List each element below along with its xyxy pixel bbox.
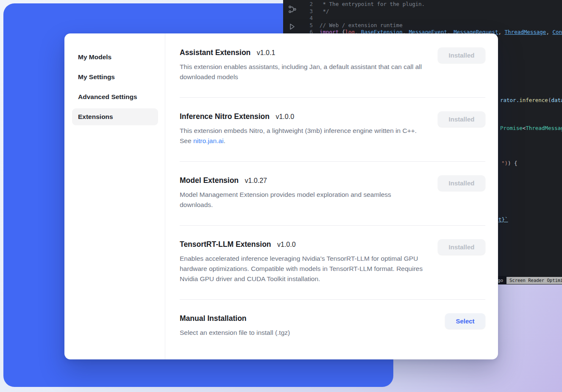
extension-title: Manual Installation [180, 314, 247, 323]
line-number: 5 [303, 22, 313, 29]
code-line: 4 [303, 15, 562, 22]
settings-sidebar: My Models My Settings Advanced Settings … [64, 33, 165, 359]
line-number: 2 [303, 1, 313, 8]
select-button[interactable]: Select [445, 313, 485, 329]
git-fork-icon[interactable] [288, 5, 297, 15]
code-fragment: rator.inference(data)); [500, 97, 562, 103]
extension-title: TensortRT-LLM Extension [180, 240, 271, 248]
installed-button[interactable]: Installed [438, 239, 485, 255]
code-text: * The entrypoint for the plugin. [320, 1, 425, 8]
extension-version: v1.0.27 [245, 177, 267, 184]
extension-description: This extension enables assistants, inclu… [180, 62, 424, 82]
run-play-icon[interactable] [288, 23, 296, 32]
sidebar-item-my-settings[interactable]: My Settings [72, 69, 158, 86]
extension-version: v1.0.0 [277, 241, 296, 248]
sidebar-item-advanced-settings[interactable]: Advanced Settings [72, 88, 158, 105]
code-line: 5 // Web / extension runtime [303, 22, 562, 29]
extension-row-nitro: Inference Nitro Extension v1.0.0 This ex… [180, 98, 485, 162]
extension-version: v1.0.0 [275, 113, 294, 120]
extension-row-assistant: Assistant Extension v1.0.1 This extensio… [180, 47, 485, 98]
screen-reader-badge[interactable]: Screen Reader Optimized [506, 277, 562, 284]
extension-version: v1.0.1 [257, 49, 275, 56]
settings-window: My Models My Settings Advanced Settings … [64, 33, 498, 359]
extension-title: Inference Nitro Extension [180, 112, 270, 121]
line-number: 4 [303, 15, 313, 22]
manual-installation-row: Manual Installation Select an extension … [180, 300, 485, 353]
status-text: go [498, 278, 503, 283]
code-fragment: ")) { [501, 160, 517, 166]
extension-description: Select an extension file to install (.tg… [180, 328, 424, 338]
extension-row-model: Model Extension v1.0.27 Model Management… [180, 162, 485, 226]
extension-description: Enables accelerated inference leveraging… [180, 254, 424, 284]
code-line: 3 */ [303, 8, 562, 15]
extension-row-tensorrt: TensortRT-LLM Extension v1.0.0 Enables a… [180, 226, 485, 300]
extension-description: Model Management Extension provides mode… [180, 190, 424, 210]
nitro-link[interactable]: nitro.jan.ai [193, 137, 224, 144]
hero-scene: 2 * The entrypoint for the plugin. 3 */ … [0, 0, 562, 392]
code-fragment: t}` [498, 216, 508, 223]
installed-button[interactable]: Installed [438, 175, 485, 191]
sidebar-item-extensions[interactable]: Extensions [72, 108, 158, 125]
extension-description: This extension embeds Nitro, a lightweig… [180, 126, 424, 146]
code-text: // Web / extension runtime [320, 22, 403, 29]
extensions-panel: Assistant Extension v1.0.1 This extensio… [165, 33, 498, 359]
installed-button[interactable]: Installed [438, 111, 485, 127]
sidebar-item-my-models[interactable]: My Models [72, 49, 158, 66]
installed-button[interactable]: Installed [438, 47, 485, 63]
line-number: 3 [303, 8, 313, 15]
code-area: 2 * The entrypoint for the plugin. 3 */ … [303, 1, 562, 36]
extension-title: Assistant Extension [180, 48, 250, 57]
extension-title: Model Extension [180, 176, 239, 185]
code-fragment: Promise<ThreadMessage= [500, 125, 562, 131]
code-line: 2 * The entrypoint for the plugin. [303, 1, 562, 8]
code-text: */ [320, 8, 329, 15]
